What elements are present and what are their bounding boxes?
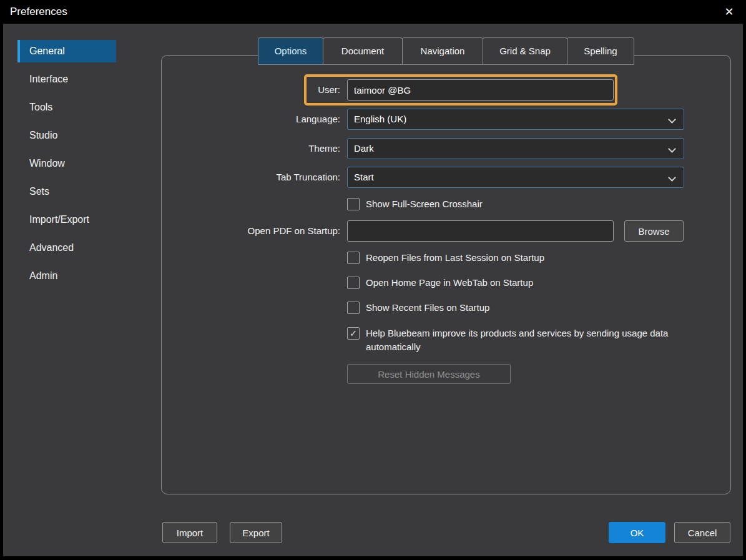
- sidebar-item-import-export[interactable]: Import/Export: [17, 209, 116, 231]
- user-input[interactable]: [347, 79, 614, 101]
- tab-navigation[interactable]: Navigation: [402, 37, 483, 65]
- show-crosshair-checkbox[interactable]: [347, 198, 360, 210]
- reopen-files-label: Reopen Files from Last Session on Startu…: [366, 252, 544, 264]
- window-titlebar: Preferences ✕: [0, 0, 746, 24]
- language-label: Language:: [175, 109, 340, 130]
- cancel-button[interactable]: Cancel: [674, 522, 730, 543]
- close-icon[interactable]: ✕: [716, 0, 742, 24]
- tab-grid-snap[interactable]: Grid & Snap: [483, 37, 567, 65]
- language-select[interactable]: English (UK): [347, 109, 684, 130]
- chevron-down-icon: [668, 145, 676, 153]
- sidebar-item-sets[interactable]: Sets: [17, 180, 116, 203]
- sidebar-item-window[interactable]: Window: [17, 152, 116, 175]
- reopen-files-checkbox[interactable]: [347, 252, 360, 264]
- sidebar-item-advanced[interactable]: Advanced: [17, 237, 116, 259]
- user-label: User:: [175, 79, 340, 101]
- import-button[interactable]: Import: [162, 522, 217, 543]
- show-recent-checkbox[interactable]: [347, 302, 360, 314]
- open-pdf-label: Open PDF on Startup:: [175, 220, 340, 242]
- show-recent-label: Show Recent Files on Startup: [366, 302, 489, 314]
- theme-select-value: Dark: [354, 143, 374, 154]
- window-title: Preferences: [10, 0, 67, 24]
- open-pdf-input[interactable]: [347, 220, 614, 242]
- ok-button[interactable]: OK: [609, 522, 665, 543]
- tab-truncation-select-value: Start: [354, 172, 374, 182]
- usage-data-label: Help Bluebeam improve its products and s…: [366, 327, 684, 354]
- tab-truncation-label: Tab Truncation:: [175, 167, 340, 188]
- sidebar-item-admin[interactable]: Admin: [17, 265, 116, 287]
- tab-truncation-select[interactable]: Start: [347, 167, 684, 188]
- reset-hidden-messages-button[interactable]: Reset Hidden Messages: [347, 364, 511, 384]
- usage-data-checkbox[interactable]: ✓: [347, 327, 360, 340]
- export-button[interactable]: Export: [230, 522, 282, 543]
- sidebar-item-interface[interactable]: Interface: [17, 68, 116, 91]
- theme-label: Theme:: [175, 138, 340, 159]
- sidebar-item-general[interactable]: General: [17, 40, 116, 62]
- sidebar-item-tools[interactable]: Tools: [17, 96, 116, 119]
- open-home-checkbox[interactable]: [347, 277, 360, 289]
- tab-spelling[interactable]: Spelling: [567, 37, 634, 65]
- preferences-dialog: Preferences ✕ General Interface Tools St…: [0, 0, 746, 560]
- chevron-down-icon: [668, 115, 676, 124]
- open-home-label: Open Home Page in WebTab on Startup: [366, 277, 533, 289]
- show-crosshair-label: Show Full-Screen Crosshair: [366, 198, 483, 210]
- chevron-down-icon: [668, 174, 676, 182]
- language-select-value: English (UK): [354, 114, 406, 124]
- theme-select[interactable]: Dark: [347, 138, 684, 159]
- tab-document[interactable]: Document: [323, 37, 403, 65]
- sidebar-item-studio[interactable]: Studio: [17, 124, 116, 147]
- tab-options[interactable]: Options: [258, 37, 323, 65]
- browse-button[interactable]: Browse: [624, 220, 684, 242]
